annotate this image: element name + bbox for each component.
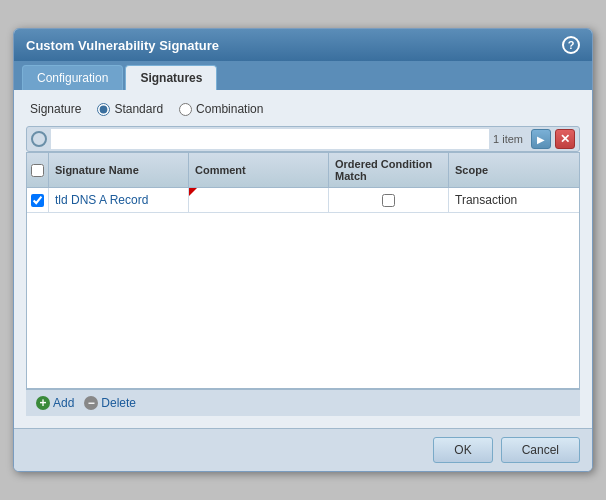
radio-combination[interactable]: Combination — [179, 102, 263, 116]
radio-standard-input[interactable] — [97, 103, 110, 116]
item-count: 1 item — [493, 133, 527, 145]
row-ordered-condition-match[interactable] — [329, 188, 449, 212]
th-ordered-condition-match: Ordered Condition Match — [329, 153, 449, 187]
row-comment[interactable] — [189, 188, 329, 212]
radio-combination-label: Combination — [196, 102, 263, 116]
tab-bar: Configuration Signatures — [14, 61, 592, 90]
dialog-header: Custom Vulnerability Signature ? — [14, 29, 592, 61]
signature-radio-group: Signature Standard Combination — [26, 102, 580, 116]
th-signature-name: Signature Name — [49, 153, 189, 187]
custom-vulnerability-signature-dialog: Custom Vulnerability Signature ? Configu… — [13, 28, 593, 472]
table-header: Signature Name Comment Ordered Condition… — [27, 153, 579, 188]
table-footer-bar: + Add − Delete — [26, 389, 580, 416]
th-checkbox — [27, 153, 49, 187]
cancel-button[interactable]: Cancel — [501, 437, 580, 463]
nav-forward-button[interactable]: ▶ — [531, 129, 551, 149]
row-signature-name[interactable]: tld DNS A Record — [49, 188, 189, 212]
table-row[interactable]: tld DNS A Record Transaction — [27, 188, 579, 213]
clear-search-button[interactable]: ✕ — [555, 129, 575, 149]
delete-button[interactable]: − Delete — [84, 396, 136, 410]
ordered-condition-checkbox[interactable] — [382, 194, 395, 207]
dialog-footer: OK Cancel — [14, 428, 592, 471]
th-comment: Comment — [189, 153, 329, 187]
tab-signatures[interactable]: Signatures — [125, 65, 217, 90]
select-all-checkbox[interactable] — [31, 164, 44, 177]
radio-standard-label: Standard — [114, 102, 163, 116]
delete-icon: − — [84, 396, 98, 410]
radio-standard[interactable]: Standard — [97, 102, 163, 116]
table-body: tld DNS A Record Transaction — [27, 188, 579, 388]
search-bar: 1 item ▶ ✕ — [26, 126, 580, 152]
row-checkbox[interactable] — [31, 194, 44, 207]
delete-label: Delete — [101, 396, 136, 410]
add-icon: + — [36, 396, 50, 410]
row-scope: Transaction — [449, 188, 579, 212]
radio-combination-input[interactable] — [179, 103, 192, 116]
add-button[interactable]: + Add — [36, 396, 74, 410]
signature-label: Signature — [30, 102, 81, 116]
add-label: Add — [53, 396, 74, 410]
th-scope: Scope — [449, 153, 579, 187]
edit-indicator — [189, 188, 197, 196]
row-checkbox-cell[interactable] — [27, 188, 49, 212]
dialog-content: Signature Standard Combination 1 item ▶ … — [14, 90, 592, 428]
help-icon[interactable]: ? — [562, 36, 580, 54]
signatures-table: Signature Name Comment Ordered Condition… — [26, 152, 580, 389]
search-input[interactable] — [51, 129, 489, 149]
tab-configuration[interactable]: Configuration — [22, 65, 123, 90]
search-icon — [31, 131, 47, 147]
ok-button[interactable]: OK — [433, 437, 492, 463]
dialog-title: Custom Vulnerability Signature — [26, 38, 219, 53]
